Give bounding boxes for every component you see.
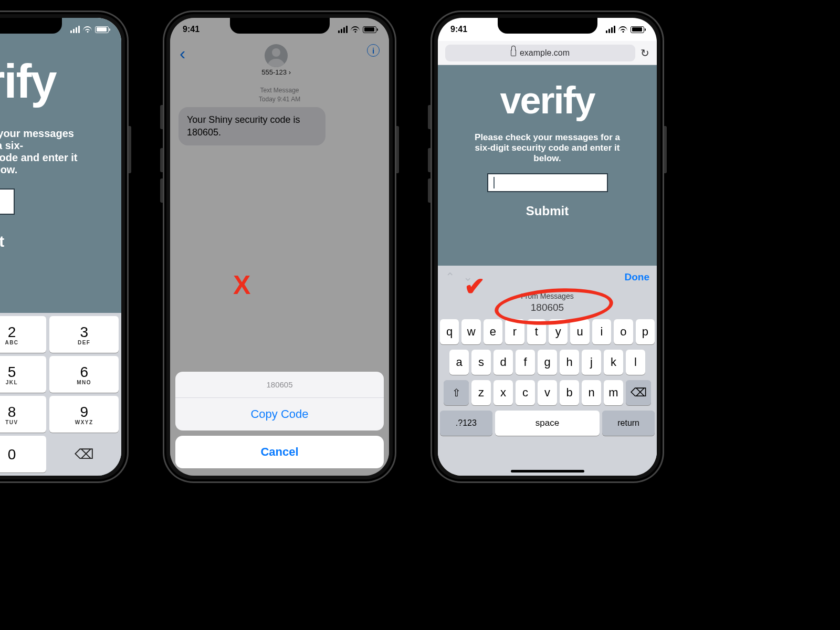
key-r[interactable]: r [505,319,524,344]
verify-title: verify [500,79,594,122]
numeric-keypad: 12ABC3DEF4GHI5JKL6MNO7PQRS8TUV9WXYZ0⌫ [0,313,121,476]
key-o[interactable]: o [614,319,633,344]
numkey-5[interactable]: 5JKL [0,356,46,393]
wifi-icon [618,26,627,33]
key-d[interactable]: d [494,350,513,375]
key-c[interactable]: c [516,380,535,405]
screen-3: 9:41 example.com ↻ verify Please check y… [438,18,657,476]
key-q[interactable]: q [440,319,459,344]
key-e[interactable]: e [484,319,502,344]
space-key[interactable]: space [495,411,600,436]
verify-page: verify Please check your messages for a … [438,65,657,266]
battery-icon [95,26,109,33]
autofill-suggestion[interactable]: From Messages 180605 [438,289,657,317]
signal-icon [606,26,615,33]
code-input[interactable] [0,188,15,215]
key-j[interactable]: j [582,350,601,375]
verify-subtitle: Please check your messages for a six-dig… [469,132,626,164]
key-y[interactable]: y [549,319,568,344]
notch [498,18,597,34]
verify-title: verify [0,55,56,109]
key-u[interactable]: u [570,319,589,344]
key-x[interactable]: x [494,380,513,405]
return-key[interactable]: return [602,411,655,436]
key-h[interactable]: h [560,350,579,375]
key-w[interactable]: w [461,319,480,344]
action-sheet: 180605 Copy Code Cancel [175,372,384,468]
wifi-icon [351,26,360,33]
address-bar[interactable]: example.com [445,45,635,61]
phone-3: 9:41 example.com ↻ verify Please check y… [430,10,664,483]
key-s[interactable]: s [471,350,491,375]
autofill-code: 180605 [521,301,573,314]
numkey-2[interactable]: 2ABC [0,316,46,353]
home-indicator[interactable] [511,470,584,472]
keyboard-done-button[interactable]: Done [625,271,650,283]
wifi-icon [83,26,92,33]
submit-button[interactable]: Submit [526,204,569,218]
key-a[interactable]: a [449,350,469,375]
status-time: 9:41 [183,25,200,34]
key-i[interactable]: i [592,319,611,344]
signal-icon [70,26,80,33]
status-time: 9:41 [450,25,467,34]
key-l[interactable]: l [626,350,645,375]
backspace-key[interactable]: ⌫ [626,380,651,405]
reload-button[interactable]: ↻ [640,47,649,59]
url-text: example.com [520,48,570,58]
cancel-button[interactable]: Cancel [175,436,384,468]
submit-button[interactable]: Submit [0,233,4,250]
key-g[interactable]: g [538,350,557,375]
signal-icon [338,26,348,33]
screen-1: verify Please check your messages for a … [0,18,121,476]
key-p[interactable]: p [636,319,655,344]
autofill-source: From Messages [521,292,573,301]
battery-icon [631,26,644,33]
key-z[interactable]: z [471,380,491,405]
numkey-8[interactable]: 8TUV [0,396,46,433]
lock-icon [511,50,516,56]
copy-code-button[interactable]: Copy Code [175,398,384,430]
sheet-code-label: 180605 [175,372,384,398]
key-b[interactable]: b [560,380,579,405]
backspace-key[interactable]: ⌫ [49,436,119,472]
key-f[interactable]: f [516,350,535,375]
numkey-0[interactable]: 0 [0,436,46,472]
numkey-6[interactable]: 6MNO [49,356,119,393]
phone-2: 9:41 ‹ 555-123 › i Text MessageToday 9:4… [163,10,396,483]
numkey-3[interactable]: 3DEF [49,316,119,353]
chevron-up-icon[interactable]: ⌃ [445,270,455,284]
screen-2: 9:41 ‹ 555-123 › i Text MessageToday 9:4… [170,18,389,476]
notch [230,18,330,34]
key-v[interactable]: v [538,380,557,405]
safari-toolbar: example.com ↻ [438,41,657,65]
key-k[interactable]: k [604,350,623,375]
code-input[interactable] [487,173,608,192]
key-m[interactable]: m [604,380,623,405]
notch [0,18,62,34]
battery-icon [363,26,376,33]
shift-key[interactable]: ⇧ [444,380,469,405]
chevron-down-icon[interactable]: ⌄ [463,270,472,284]
numkey-9[interactable]: 9WXYZ [49,396,119,433]
phone-1: verify Please check your messages for a … [0,10,129,483]
key-n[interactable]: n [582,380,601,405]
numbers-key[interactable]: .?123 [440,411,492,436]
verify-subtitle: Please check your messages for a six-dig… [0,128,80,176]
form-nav-arrows[interactable]: ⌃ ⌄ [445,270,472,284]
key-t[interactable]: t [527,319,546,344]
keyboard: ⌃ ⌄ Done From Messages 180605 qwertyuiop… [438,266,657,476]
